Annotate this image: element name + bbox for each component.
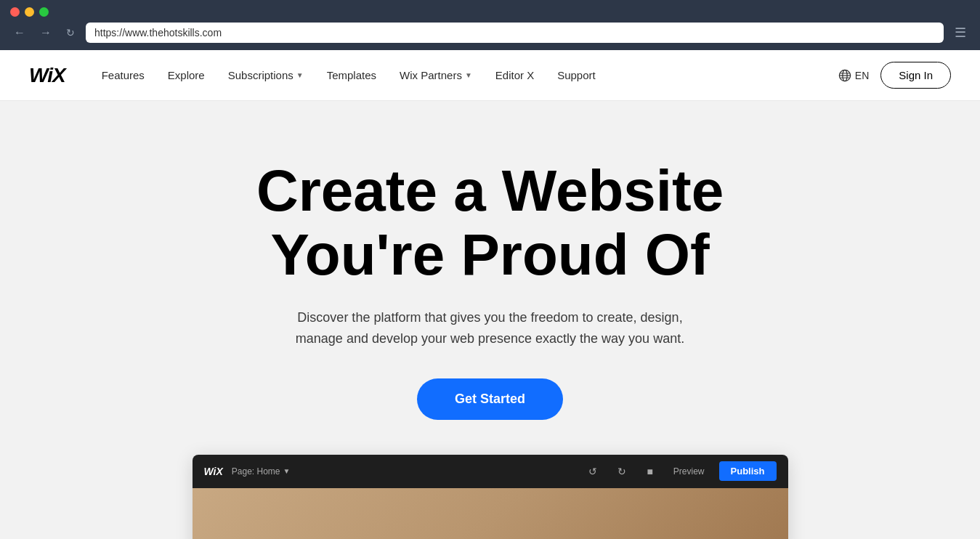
editor-topbar: WiX Page: Home ▼ ↺ ↻ ■ Preview Publish — [193, 455, 788, 488]
nav-explore[interactable]: Explore — [168, 69, 205, 81]
editor-canvas — [193, 488, 788, 539]
forward-button[interactable]: → — [36, 25, 55, 40]
subscriptions-chevron-icon: ▼ — [296, 71, 304, 79]
nav-editor-x[interactable]: Editor X — [495, 69, 534, 81]
nav-features[interactable]: Features — [102, 69, 145, 81]
get-started-button[interactable]: Get Started — [417, 378, 563, 420]
nav-wix-partners[interactable]: Wix Partners ▼ — [400, 69, 472, 81]
minimize-dot[interactable] — [25, 7, 34, 17]
close-dot[interactable] — [10, 7, 20, 17]
editor-save-button[interactable]: ■ — [641, 463, 658, 480]
hero-subtitle: Discover the platform that gives you the… — [280, 307, 701, 349]
browser-titlebar — [0, 0, 980, 23]
nav-subscriptions[interactable]: Subscriptions ▼ — [228, 69, 304, 81]
nav-templates[interactable]: Templates — [327, 69, 376, 81]
editor-page-chevron-icon: ▼ — [283, 467, 291, 475]
editor-wix-logo: WiX — [204, 466, 223, 477]
main-nav: WiX Features Explore Subscriptions ▼ Tem… — [0, 50, 980, 101]
hero-title: Create a Website You're Proud Of — [193, 159, 788, 287]
address-bar[interactable] — [86, 23, 944, 43]
nav-links: Features Explore Subscriptions ▼ Templat… — [102, 69, 838, 81]
editor-page-label[interactable]: Page: Home ▼ — [232, 466, 291, 477]
language-label: EN — [855, 70, 869, 81]
browser-menu-button[interactable]: ☰ — [951, 23, 970, 42]
partners-chevron-icon: ▼ — [465, 71, 472, 79]
editor-redo-button[interactable]: ↻ — [612, 463, 632, 480]
nav-right: EN Sign In — [838, 62, 951, 89]
browser-toolbar: ← → ↻ ☰ — [0, 23, 980, 50]
editor-preview: WiX Page: Home ▼ ↺ ↻ ■ Preview Publish — [193, 455, 788, 539]
browser-chrome: ← → ↻ ☰ — [0, 0, 980, 50]
editor-publish-button[interactable]: Publish — [719, 461, 777, 481]
globe-icon — [838, 69, 851, 82]
wix-logo[interactable]: WiX — [29, 64, 65, 87]
editor-preview-button[interactable]: Preview — [668, 463, 710, 479]
hero-section: Create a Website You're Proud Of Discove… — [0, 101, 980, 539]
editor-undo-button[interactable]: ↺ — [583, 463, 603, 480]
back-button[interactable]: ← — [10, 25, 29, 40]
website-content: WiX Features Explore Subscriptions ▼ Tem… — [0, 50, 980, 539]
language-selector[interactable]: EN — [838, 69, 869, 82]
refresh-button[interactable]: ↻ — [62, 25, 78, 40]
maximize-dot[interactable] — [39, 7, 49, 17]
nav-support[interactable]: Support — [557, 69, 596, 81]
signin-button[interactable]: Sign In — [880, 62, 951, 89]
